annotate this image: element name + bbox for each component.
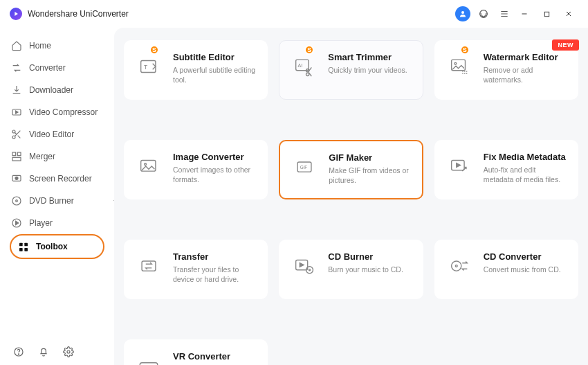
minimize-button[interactable] (515, 0, 534, 28)
sidebar-item-video-compressor[interactable]: Video Compressor (0, 101, 114, 123)
content-panel: S T Subtitle Editor A powerful subtitle … (114, 28, 588, 365)
card-desc: Burn your music to CD. (328, 265, 403, 274)
card-desc: A powerful subtitle editing tool. (173, 65, 257, 84)
sidebar-item-label: Merger (29, 152, 55, 161)
sidebar-item-video-editor[interactable]: Video Editor (0, 123, 114, 145)
card-title: Fix Media Metadata (484, 152, 568, 162)
row-spacer (124, 211, 578, 229)
cd-converter-icon (445, 251, 474, 281)
watermark-icon (445, 52, 474, 81)
sidebar-item-label: Home (29, 41, 51, 51)
sidebar-item-dvd-burner[interactable]: DVD Burner (0, 190, 114, 212)
converter-icon (11, 62, 22, 73)
svg-rect-17 (24, 248, 28, 251)
svg-point-28 (454, 62, 457, 64)
card-desc: Convert images to other formats. (173, 165, 257, 184)
title-bar: Wondershare UniConverter (0, 0, 588, 28)
sidebar: Home Converter Downloader Video Compress… (0, 28, 114, 365)
premium-badge-icon: S (149, 45, 159, 55)
svg-rect-2 (544, 12, 549, 16)
premium-badge-icon: S (460, 45, 470, 55)
svg-rect-21 (141, 61, 156, 73)
svg-point-12 (16, 200, 18, 202)
sidebar-item-label: Video Compressor (29, 107, 98, 117)
close-button[interactable] (559, 0, 578, 28)
svg-point-38 (451, 261, 461, 271)
card-desc: Make GIF from videos or pictures. (329, 166, 412, 185)
play-icon (11, 217, 22, 229)
sidebar-item-label: Converter (29, 63, 66, 73)
row-spacer (124, 111, 578, 129)
card-title: Subtitle Editor (173, 52, 257, 62)
sidebar-item-screen-recorder[interactable]: Screen Recorder (0, 168, 114, 190)
svg-point-4 (12, 130, 15, 133)
tool-fix-media-metadata[interactable]: Fix Media Metadata Auto-fix and edit met… (434, 140, 578, 199)
svg-text:T: T (144, 64, 147, 71)
home-icon (11, 40, 22, 51)
notification-icon[interactable] (37, 346, 50, 358)
tool-smart-trimmer[interactable]: S AI Smart Trimmer Quickly trim your vid… (279, 40, 423, 100)
card-title: Image Converter (173, 152, 257, 162)
compress-icon (11, 107, 22, 118)
svg-rect-16 (19, 248, 23, 251)
tool-vr-converter[interactable]: VR Converter Convert videos to VR and en… (124, 339, 268, 365)
settings-icon[interactable] (62, 346, 75, 358)
svg-point-37 (309, 269, 311, 271)
svg-point-20 (67, 350, 70, 353)
sidebar-item-home[interactable]: Home (0, 35, 114, 57)
trimmer-icon: AI (289, 52, 318, 81)
recorder-icon (11, 173, 22, 184)
app-title: Wondershare UniConverter (28, 9, 129, 19)
scissors-icon (11, 129, 22, 140)
svg-point-11 (12, 197, 21, 205)
svg-point-30 (145, 163, 147, 166)
menu-icon[interactable] (497, 6, 512, 21)
card-title: Smart Trimmer (328, 52, 407, 62)
download-icon (11, 84, 22, 96)
tool-gif-maker[interactable]: GIF GIF Maker Make GIF from videos or pi… (279, 140, 423, 199)
metadata-icon (445, 152, 474, 181)
tool-cd-burner[interactable]: CD Burner Burn your music to CD. (279, 240, 423, 299)
sidebar-item-downloader[interactable]: Downloader (0, 79, 114, 101)
image-converter-icon (134, 152, 163, 181)
tool-watermark-editor[interactable]: S NEW Watermark Editor Remove or add wat… (434, 40, 578, 100)
tool-image-converter[interactable]: Image Converter Convert images to other … (124, 140, 268, 199)
svg-rect-15 (24, 243, 28, 247)
sidebar-item-label: DVD Burner (29, 196, 74, 206)
card-title: CD Burner (328, 251, 403, 262)
support-icon[interactable] (476, 6, 491, 21)
account-icon[interactable] (455, 6, 470, 21)
gif-icon: GIF (290, 152, 319, 181)
maximize-button[interactable] (537, 0, 556, 28)
tool-transfer[interactable]: Transfer Transfer your files to device o… (124, 240, 268, 299)
toolbox-icon (18, 241, 29, 252)
sidebar-item-label: Screen Recorder (29, 174, 92, 184)
app-logo-icon (10, 8, 22, 20)
card-title: Watermark Editor (484, 52, 568, 62)
svg-text:AI: AI (298, 63, 303, 69)
sidebar-item-converter[interactable]: Converter (0, 57, 114, 79)
sidebar-item-toolbox[interactable]: Toolbox (10, 234, 104, 259)
svg-rect-6 (12, 152, 16, 156)
sidebar-item-label: Video Editor (29, 130, 74, 139)
sidebar-item-merger[interactable]: Merger (0, 145, 114, 168)
svg-point-26 (306, 73, 309, 75)
help-icon[interactable] (12, 346, 25, 358)
sidebar-item-label: Downloader (29, 85, 73, 95)
card-title: CD Converter (484, 251, 561, 262)
card-title: Transfer (173, 251, 257, 262)
svg-point-10 (15, 177, 18, 179)
sidebar-item-player[interactable]: Player (0, 212, 114, 234)
tool-cd-converter[interactable]: CD Converter Convert music from CD. (434, 240, 578, 299)
subtitle-icon: T (134, 52, 163, 81)
svg-rect-14 (19, 243, 23, 247)
svg-point-19 (18, 354, 19, 355)
sidebar-item-label: Toolbox (36, 242, 68, 251)
cd-burner-icon (289, 251, 318, 281)
merger-icon (11, 151, 22, 162)
tool-subtitle-editor[interactable]: S T Subtitle Editor A powerful subtitle … (124, 40, 268, 100)
sidebar-bottom (0, 346, 114, 358)
main-area: Home Converter Downloader Video Compress… (0, 28, 588, 365)
card-desc: Remove or add watermarks. (484, 65, 568, 84)
card-desc: Auto-fix and edit metadata of media file… (484, 165, 568, 184)
